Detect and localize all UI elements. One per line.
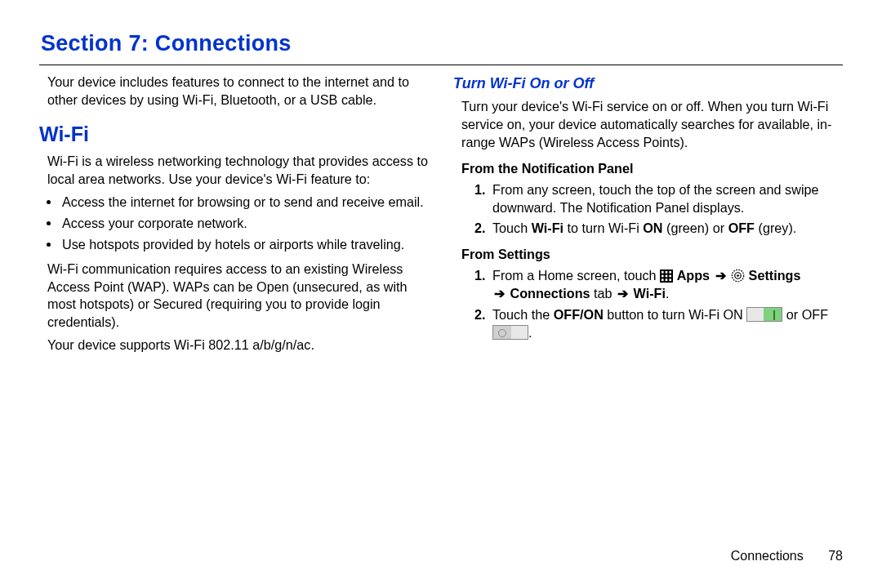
bold-label: OFF	[728, 220, 755, 235]
support-paragraph: Your device supports Wi-Fi 802.11 a/b/g/…	[39, 336, 429, 354]
svg-rect-8	[666, 279, 668, 282]
step-item: From any screen, touch the top of the sc…	[489, 181, 843, 217]
page-number: 78	[828, 549, 843, 563]
turn-wifi-heading: Turn Wi-Fi On or Off	[453, 74, 843, 93]
bold-label: Wi-Fi	[634, 286, 666, 301]
svg-rect-2	[666, 271, 668, 274]
divider	[39, 65, 843, 65]
svg-rect-5	[666, 275, 668, 278]
svg-rect-4	[662, 275, 664, 278]
list-item: Access your corporate network.	[60, 215, 429, 233]
step-text: From a Home screen, touch	[492, 268, 660, 283]
from-notification-heading: From the Notification Panel	[453, 160, 843, 178]
from-settings-heading: From Settings	[453, 246, 843, 264]
intro-paragraph: Your device includes features to connect…	[39, 74, 429, 109]
bold-label: Settings	[749, 268, 801, 283]
step-text: .	[528, 325, 532, 340]
svg-rect-3	[670, 271, 672, 274]
svg-rect-7	[662, 279, 664, 282]
section-title: Section 7: Connections	[41, 31, 843, 56]
list-item: Use hotspots provided by hotels or airpo…	[60, 236, 429, 254]
wap-paragraph: Wi-Fi communication requires access to a…	[39, 261, 429, 332]
page-footer: Connections 78	[731, 549, 843, 564]
settings-steps: From a Home screen, touch Apps ➔ Setting…	[453, 267, 843, 341]
step-item: From a Home screen, touch Apps ➔ Setting…	[489, 267, 843, 303]
svg-rect-9	[670, 279, 672, 282]
bold-label: OFF/ON	[554, 307, 604, 322]
step-text: Touch the	[492, 307, 554, 322]
footer-section: Connections	[731, 549, 804, 563]
svg-rect-6	[670, 275, 672, 278]
arrow-icon: ➔	[714, 268, 728, 283]
wifi-intro: Wi-Fi is a wireless networking technolog…	[39, 153, 429, 189]
wifi-heading: Wi-Fi	[39, 121, 429, 149]
apps-icon	[660, 270, 673, 283]
bold-label: ON	[643, 220, 662, 235]
arrow-icon: ➔	[616, 286, 630, 301]
bold-label: Apps	[677, 268, 710, 283]
step-item: Touch the OFF/ON button to turn Wi-Fi ON…	[489, 306, 843, 342]
step-text: button to turn Wi-Fi ON	[604, 307, 746, 322]
toggle-on-icon	[746, 307, 782, 322]
bold-label: Connections	[510, 286, 590, 301]
left-column: Your device includes features to connect…	[39, 74, 429, 359]
two-column-layout: Your device includes features to connect…	[39, 74, 843, 359]
settings-icon	[731, 269, 745, 283]
manual-page: Section 7: Connections Your device inclu…	[0, 0, 882, 588]
step-item: Touch Wi-Fi to turn Wi-Fi ON (green) or …	[489, 220, 843, 238]
step-text: .	[666, 286, 670, 301]
step-text: to turn Wi-Fi	[564, 220, 643, 235]
step-text: or OFF	[782, 307, 828, 322]
turn-wifi-intro: Turn your device's Wi-Fi service on or o…	[453, 98, 843, 152]
svg-point-12	[737, 274, 739, 277]
svg-rect-1	[662, 271, 664, 274]
step-text: Touch	[492, 220, 532, 235]
bold-label: Wi-Fi	[532, 220, 564, 235]
right-column: Turn Wi-Fi On or Off Turn your device's …	[453, 74, 843, 359]
step-text: (green) or	[663, 220, 728, 235]
list-item: Access the internet for browsing or to s…	[60, 194, 429, 212]
toggle-off-icon	[492, 325, 528, 340]
wifi-feature-list: Access the internet for browsing or to s…	[39, 194, 429, 254]
step-text: (grey).	[755, 220, 796, 235]
arrow-icon: ➔	[492, 286, 506, 301]
notification-steps: From any screen, touch the top of the sc…	[453, 181, 843, 238]
step-text: tab	[590, 286, 617, 301]
